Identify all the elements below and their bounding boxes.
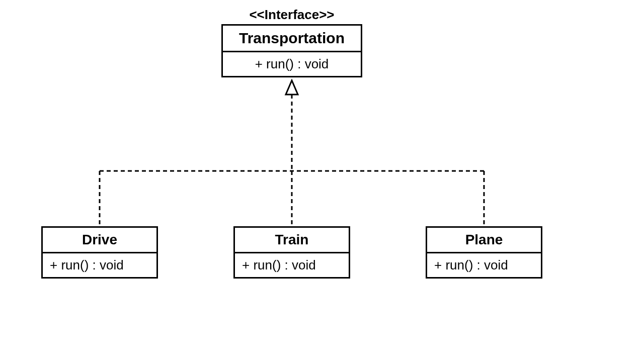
interface-name: Transportation [223, 26, 361, 52]
realization-arrowhead [286, 80, 298, 95]
class-box-train: Train + run() : void [233, 226, 350, 279]
class-name-train: Train [235, 228, 349, 253]
class-box-drive: Drive + run() : void [41, 226, 158, 279]
class-method-drive: + run() : void [43, 253, 156, 277]
interface-stereotype: <<Interface>> [221, 7, 362, 23]
class-box-plane: Plane + run() : void [426, 226, 542, 279]
class-name-plane: Plane [427, 228, 541, 253]
class-method-plane: + run() : void [427, 253, 541, 277]
class-method-train: + run() : void [235, 253, 349, 277]
uml-diagram: <<Interface>> Transportation + run() : v… [0, 0, 644, 362]
class-name-drive: Drive [43, 228, 156, 253]
interface-box: Transportation + run() : void [221, 24, 362, 77]
interface-method: + run() : void [223, 52, 361, 76]
